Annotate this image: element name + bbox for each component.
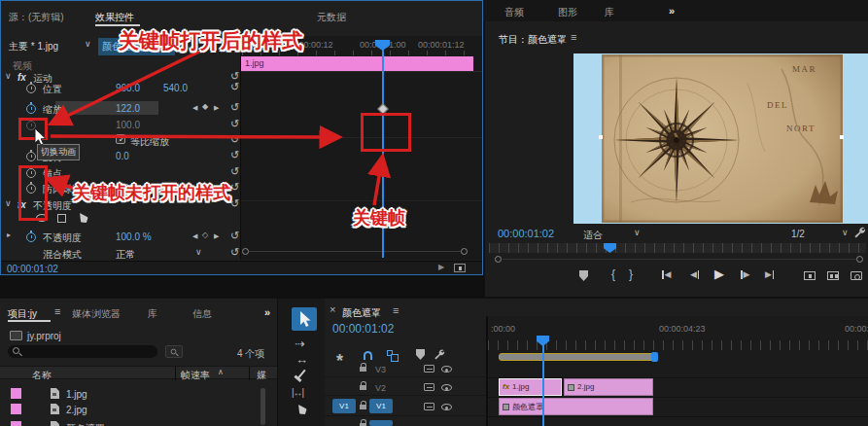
scale-value[interactable]: 122.0 xyxy=(116,103,140,114)
blend-mode-value[interactable]: 正常 xyxy=(116,248,135,262)
search-input[interactable] xyxy=(8,345,157,358)
extract-icon[interactable] xyxy=(827,271,839,280)
column-framerate[interactable]: 帧速率 xyxy=(181,369,210,382)
prev-keyframe-icon[interactable] xyxy=(192,232,197,239)
track-output-eye-icon[interactable] xyxy=(441,404,452,410)
zoom-level-select[interactable]: 适合 xyxy=(583,229,603,242)
position-x-value[interactable]: 960.0 xyxy=(116,83,140,93)
step-back-icon[interactable] xyxy=(690,270,697,279)
item-name[interactable]: 2.jpg xyxy=(66,405,87,415)
workspace-tab-libraries[interactable]: 库 xyxy=(605,6,614,19)
column-media[interactable]: 媒 xyxy=(257,369,266,382)
list-item[interactable]: 颜色遮罩 xyxy=(0,419,260,426)
project-breadcrumb[interactable]: jy.prproj xyxy=(27,331,61,341)
ecp-timecode[interactable]: 00:00:01:02 xyxy=(7,264,58,274)
track-label[interactable]: V3 xyxy=(375,365,386,374)
program-time-ruler[interactable] xyxy=(489,243,866,253)
reset-scale-width-icon[interactable] xyxy=(230,119,239,129)
label-swatch[interactable] xyxy=(11,421,21,426)
lock-icon[interactable] xyxy=(360,385,366,390)
timeline-playhead-line[interactable] xyxy=(542,342,544,426)
pen-mask-icon[interactable] xyxy=(76,211,89,226)
resolution-dropdown-icon[interactable] xyxy=(842,229,849,237)
item-name[interactable]: 颜色遮罩 xyxy=(66,422,105,426)
close-sequence-icon[interactable] xyxy=(330,304,335,315)
tab-sequence[interactable]: 颜色遮罩 xyxy=(342,306,381,320)
target-track-a1[interactable] xyxy=(369,420,393,426)
next-keyframe-icon[interactable] xyxy=(214,232,219,239)
position-y-value[interactable]: 540.0 xyxy=(163,83,188,93)
tab-effect-controls[interactable]: 效果控件 xyxy=(95,11,134,24)
reset-opacity-icon[interactable] xyxy=(230,231,239,241)
collapse-motion-icon[interactable] xyxy=(5,72,12,81)
stopwatch-scale-icon[interactable] xyxy=(26,104,36,114)
ripple-edit-tool-icon[interactable] xyxy=(295,353,308,366)
transform-handle-right[interactable] xyxy=(840,135,844,139)
settings-wrench-icon[interactable] xyxy=(853,226,866,238)
workspace-tab-graphics[interactable]: 图形 xyxy=(558,6,577,19)
add-keyframe-icon[interactable] xyxy=(202,231,208,239)
ecp-zoom-track[interactable] xyxy=(249,251,461,252)
mark-out-icon[interactable] xyxy=(629,268,633,280)
program-timecode[interactable]: 00:00:01:02 xyxy=(498,228,554,239)
tab-overflow-icon[interactable]: » xyxy=(264,306,270,318)
track-header-v3[interactable]: V3 xyxy=(325,361,486,377)
tab-libraries[interactable]: 库 xyxy=(148,307,157,321)
selection-tool[interactable] xyxy=(292,307,317,331)
panel-menu-icon[interactable] xyxy=(393,305,399,316)
blend-dropdown-icon[interactable] xyxy=(195,248,202,257)
clip-color-matte[interactable]: 颜色遮罩 xyxy=(499,398,653,415)
add-marker-icon[interactable] xyxy=(416,349,425,360)
tab-program-monitor[interactable]: 节目：颜色遮罩 xyxy=(499,33,567,47)
target-track-v1[interactable]: V1 xyxy=(369,399,393,413)
playback-resolution-select[interactable]: 1/2 xyxy=(791,229,805,239)
pen-tool-icon[interactable] xyxy=(295,403,308,417)
export-keyframes-icon[interactable] xyxy=(454,264,466,272)
track-select-tool-icon[interactable] xyxy=(295,337,305,350)
lock-icon[interactable] xyxy=(360,405,366,409)
reset-blend-icon[interactable] xyxy=(230,247,239,258)
item-name[interactable]: 1.jpg xyxy=(66,389,87,400)
track-output-eye-icon[interactable] xyxy=(441,366,452,373)
label-swatch[interactable] xyxy=(11,388,21,399)
label-swatch[interactable] xyxy=(11,404,21,414)
workspace-tab-audio[interactable]: 音频 xyxy=(504,6,524,19)
chevron-down-icon[interactable] xyxy=(85,40,91,49)
slip-tool-icon[interactable] xyxy=(292,388,303,398)
track-header-a1-partial[interactable] xyxy=(325,417,486,426)
master-clip-label[interactable]: 主要 * 1.jpg xyxy=(9,40,58,53)
export-frame-icon[interactable] xyxy=(851,271,862,280)
program-zoom-handle-left[interactable] xyxy=(495,256,502,263)
timeline-scrollbar-handle[interactable] xyxy=(651,352,658,362)
search-bin-button[interactable] xyxy=(165,345,183,358)
expand-opacity-icon[interactable] xyxy=(7,231,11,239)
source-patch-v1[interactable]: V1 xyxy=(332,399,356,413)
tab-source-monitor[interactable]: 源：(无剪辑) xyxy=(9,11,64,24)
panel-menu-icon[interactable] xyxy=(54,306,60,317)
column-name[interactable]: 名称 xyxy=(32,369,52,382)
ecp-clip-bar[interactable]: 1.jpg xyxy=(241,56,473,71)
add-marker-icon[interactable] xyxy=(579,270,588,281)
reset-antiflicker-icon[interactable] xyxy=(230,182,239,193)
tab-metadata[interactable]: 元数据 xyxy=(317,11,346,24)
step-forward-icon[interactable] xyxy=(744,270,750,279)
list-item[interactable]: 2.jpg xyxy=(0,404,260,419)
ecp-zoom-handle-left[interactable] xyxy=(242,248,249,255)
tab-media-browser[interactable]: 媒体浏览器 xyxy=(72,307,121,321)
uniform-scale-checkbox[interactable] xyxy=(116,134,125,144)
sync-lock-icon[interactable] xyxy=(424,383,434,391)
ecp-zoom-handle-right[interactable] xyxy=(461,248,468,255)
stopwatch-opacity-icon[interactable] xyxy=(26,232,36,242)
play-button[interactable] xyxy=(714,267,724,280)
reset-scale-icon[interactable] xyxy=(230,102,239,113)
clip-2jpg[interactable]: 2.jpg xyxy=(564,378,653,396)
transform-handle-left[interactable] xyxy=(599,135,603,139)
clip-1jpg[interactable]: fx 1.jpg xyxy=(499,378,562,396)
reset-anchor-icon[interactable] xyxy=(230,166,239,177)
timeline-settings-wrench-icon[interactable] xyxy=(434,348,445,360)
scrollbar[interactable] xyxy=(260,388,265,425)
reset-rotation-icon[interactable] xyxy=(230,150,239,160)
track-header-v1[interactable]: V1 V1 xyxy=(325,397,486,416)
sync-lock-icon[interactable] xyxy=(424,403,434,410)
reset-opacity-fx-icon[interactable] xyxy=(230,198,239,209)
